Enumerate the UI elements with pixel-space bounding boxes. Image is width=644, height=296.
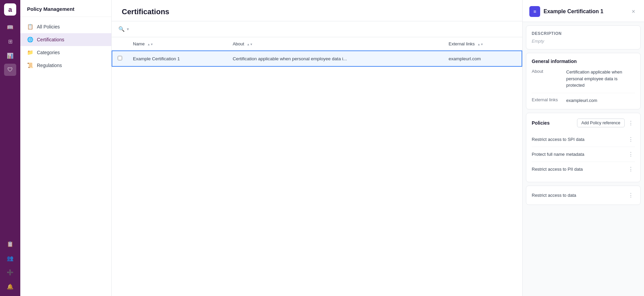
- policy-label: Protect full name metadata: [532, 152, 584, 157]
- nav-icon-book[interactable]: 📖: [4, 21, 16, 33]
- certification-icon: ≡: [529, 6, 540, 17]
- nav-icon-bell[interactable]: 🔔: [4, 280, 16, 293]
- nav-icon-list[interactable]: 📋: [4, 238, 16, 250]
- nav-icon-grid[interactable]: ⊞: [4, 35, 16, 47]
- sidebar-title: Policy Management: [20, 0, 111, 17]
- table-header-row: Name ▲▼ About ▲▼ External links ▲▼: [112, 37, 522, 51]
- description-value: Empty: [532, 39, 635, 44]
- close-button[interactable]: ×: [629, 7, 637, 16]
- policies-section: Policies Add Policy reference ⋮ Restrict…: [526, 113, 641, 182]
- policy-more-icon[interactable]: ⋮: [627, 165, 635, 173]
- row-name: Example Certification 1: [128, 51, 227, 66]
- row-checkbox[interactable]: [118, 56, 122, 60]
- policy-item[interactable]: Protect full name metadata ⋮: [532, 147, 635, 162]
- about-sort-icon: ▲▼: [247, 43, 253, 46]
- general-info-section: General information About Certification …: [526, 53, 641, 109]
- main-content: Certifications 🔍 ▾ Name ▲▼ About ▲▼: [112, 0, 522, 296]
- right-panel-header: ≡ Example Certification 1 ×: [523, 0, 644, 22]
- about-key: About: [532, 69, 562, 89]
- page-title: Certifications: [122, 7, 512, 16]
- categories-icon: 📁: [27, 49, 33, 56]
- external-links-sort-icon: ▲▼: [477, 43, 483, 46]
- restrict-access-section[interactable]: Restrict access to data ⋮: [526, 186, 641, 205]
- general-info-title: General information: [532, 59, 635, 64]
- nav-icon-plus[interactable]: ➕: [4, 266, 16, 278]
- row-checkbox-cell[interactable]: [112, 51, 128, 66]
- sidebar-item-label-categories: Categories: [37, 50, 60, 55]
- policy-item[interactable]: Restrict access to SPI data ⋮: [532, 132, 635, 147]
- policy-more-icon[interactable]: ⋮: [627, 135, 635, 143]
- sidebar: Policy Management 📋 All Policies 🌐 Certi…: [20, 0, 112, 296]
- table-row[interactable]: Example Certification 1 Certification ap…: [112, 51, 522, 66]
- policies-more-icon[interactable]: ⋮: [627, 119, 635, 127]
- search-icon: 🔍: [118, 26, 125, 32]
- name-sort-icon: ▲▼: [147, 43, 153, 46]
- policy-item[interactable]: Restrict access to PII data ⋮: [532, 162, 635, 176]
- policies-header: Policies Add Policy reference ⋮: [532, 119, 635, 127]
- external-links-value: exampleurl.com: [566, 97, 597, 104]
- restrict-access-label: Restrict access to data: [532, 193, 576, 198]
- row-about: Certification applicable when personal e…: [227, 51, 443, 66]
- nav-icon-shield[interactable]: 🛡: [4, 64, 16, 76]
- table-area: 🔍 ▾ Name ▲▼ About ▲▼ External links: [112, 21, 522, 296]
- icon-bar: a 📖 ⊞ 📊 🛡 📋 👥 ➕ 🔔: [0, 0, 20, 296]
- nav-icon-chart[interactable]: 📊: [4, 49, 16, 62]
- col-name[interactable]: Name ▲▼: [128, 37, 227, 51]
- sidebar-item-label-certifications: Certifications: [37, 37, 64, 42]
- sidebar-item-label-all-policies: All Policies: [37, 24, 60, 29]
- all-policies-icon: 📋: [27, 24, 33, 30]
- select-all-header: [112, 37, 128, 51]
- regulations-icon: 📜: [27, 62, 33, 68]
- policies-title: Policies: [532, 120, 550, 126]
- policy-more-icon[interactable]: ⋮: [627, 150, 635, 158]
- sidebar-nav: 📋 All Policies 🌐 Certifications 📁 Catego…: [20, 17, 111, 75]
- right-panel: ≡ Example Certification 1 × Description …: [522, 0, 644, 296]
- sidebar-item-categories[interactable]: 📁 Categories: [20, 46, 111, 59]
- right-panel-title: Example Certification 1: [544, 8, 626, 15]
- nav-icon-people[interactable]: 👥: [4, 252, 16, 264]
- certifications-icon: 🌐: [27, 37, 33, 43]
- policy-label: Restrict access to PII data: [532, 167, 583, 172]
- external-links-row: External links exampleurl.com: [532, 97, 635, 104]
- search-bar: 🔍 ▾: [112, 21, 522, 37]
- about-row: About Certification applicable when pers…: [532, 69, 635, 93]
- app-logo: a: [4, 3, 16, 16]
- restrict-access-more-icon[interactable]: ⋮: [627, 191, 635, 199]
- sidebar-item-all-policies[interactable]: 📋 All Policies: [20, 20, 111, 33]
- sidebar-item-regulations[interactable]: 📜 Regulations: [20, 59, 111, 72]
- col-external-links[interactable]: External links ▲▼: [443, 37, 522, 51]
- sidebar-item-label-regulations: Regulations: [37, 63, 62, 68]
- col-about[interactable]: About ▲▼: [227, 37, 443, 51]
- description-section: Description Empty: [526, 25, 641, 49]
- policy-label: Restrict access to SPI data: [532, 137, 584, 142]
- certifications-table: Name ▲▼ About ▲▼ External links ▲▼: [112, 37, 522, 67]
- description-label: Description: [532, 31, 635, 36]
- row-external-links: exampleurl.com: [443, 51, 522, 66]
- about-value: Certification applicable when personal e…: [566, 69, 635, 89]
- sidebar-item-certifications[interactable]: 🌐 Certifications: [20, 33, 111, 46]
- chevron-down-icon[interactable]: ▾: [127, 27, 129, 31]
- external-links-key: External links: [532, 97, 562, 104]
- add-policy-button[interactable]: Add Policy reference: [577, 119, 625, 127]
- main-header: Certifications: [112, 0, 522, 21]
